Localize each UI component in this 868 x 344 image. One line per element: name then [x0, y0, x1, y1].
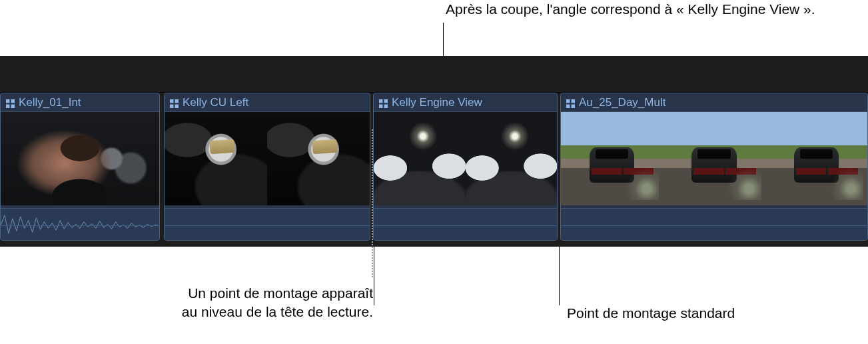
thumbnail	[466, 112, 558, 205]
clip-title-bar: Au_25_Day_Mult	[561, 93, 867, 112]
svg-rect-5	[175, 99, 179, 103]
thumbnail	[374, 112, 466, 205]
clip-audio[interactable]	[561, 208, 867, 241]
clip-au-25-day-mult[interactable]: Au_25_Day_Mult	[560, 93, 868, 241]
audio-midline	[561, 225, 867, 226]
svg-rect-8	[379, 99, 382, 103]
clip-label: Kelly_01_Int	[19, 96, 81, 109]
svg-rect-6	[170, 105, 173, 108]
svg-rect-14	[566, 105, 570, 108]
thumbnail	[561, 112, 663, 205]
annotation-top: Après la coupe, l'angle correspond à « K…	[446, 0, 845, 19]
audio-midline	[165, 225, 370, 226]
clip-audio[interactable]	[165, 208, 370, 241]
clip-kelly-engine-view[interactable]: Kelly Engine View	[373, 93, 558, 241]
svg-rect-13	[572, 99, 575, 103]
svg-rect-2	[6, 105, 9, 108]
annotation-bottom-right: Point de montage standard	[567, 304, 833, 323]
clip-audio[interactable]	[1, 208, 159, 241]
svg-rect-9	[384, 99, 388, 103]
video-track[interactable]: Kelly_01_Int Kelly CU Left	[0, 93, 868, 241]
annotation-bl-line1: Un point de montage apparaît	[188, 285, 373, 301]
svg-rect-11	[384, 105, 388, 108]
clip-thumbnails	[1, 112, 159, 205]
multicam-icon	[6, 98, 15, 107]
svg-rect-0	[6, 99, 9, 103]
clip-kelly-cu-left[interactable]: Kelly CU Left	[164, 93, 370, 241]
annotation-bl-line2: au niveau de la tête de lecture.	[182, 304, 373, 319]
clip-thumbnails	[374, 112, 557, 205]
audio-midline	[374, 225, 557, 226]
svg-rect-12	[566, 99, 570, 103]
svg-rect-10	[379, 105, 382, 108]
callout-line-bottom-left	[374, 247, 374, 305]
multicam-icon	[379, 98, 388, 107]
clip-thumbnails	[165, 112, 370, 205]
thumbnail	[267, 112, 370, 205]
annotation-br-text: Point de montage standard	[567, 305, 735, 321]
thumbnail	[165, 112, 267, 205]
svg-rect-7	[175, 105, 179, 108]
clip-label: Kelly Engine View	[392, 96, 482, 109]
clip-audio[interactable]	[374, 208, 557, 241]
clip-label: Au_25_Day_Mult	[579, 96, 665, 109]
thumbnail	[765, 112, 867, 205]
svg-rect-1	[11, 99, 15, 103]
multicam-icon	[566, 98, 575, 107]
svg-rect-3	[11, 105, 15, 108]
clip-thumbnails	[561, 112, 867, 205]
clip-title-bar: Kelly_01_Int	[1, 93, 159, 112]
timeline[interactable]: Kelly_01_Int Kelly CU Left	[0, 56, 868, 247]
multicam-icon	[170, 98, 179, 107]
annotation-top-text: Après la coupe, l'angle correspond à « K…	[446, 1, 815, 17]
clip-label: Kelly CU Left	[183, 96, 248, 109]
svg-rect-15	[572, 105, 575, 108]
clip-title-bar: Kelly CU Left	[165, 93, 370, 112]
annotation-bottom-left: Un point de montage apparaît au niveau d…	[63, 284, 373, 322]
thumbnail	[663, 112, 765, 205]
svg-rect-4	[170, 99, 173, 103]
callout-line-bottom-right	[559, 247, 560, 305]
thumbnail	[1, 112, 159, 205]
audio-midline	[1, 225, 159, 226]
clip-kelly-01-int[interactable]: Kelly_01_Int	[0, 93, 160, 241]
clip-title-bar: Kelly Engine View	[374, 93, 557, 112]
